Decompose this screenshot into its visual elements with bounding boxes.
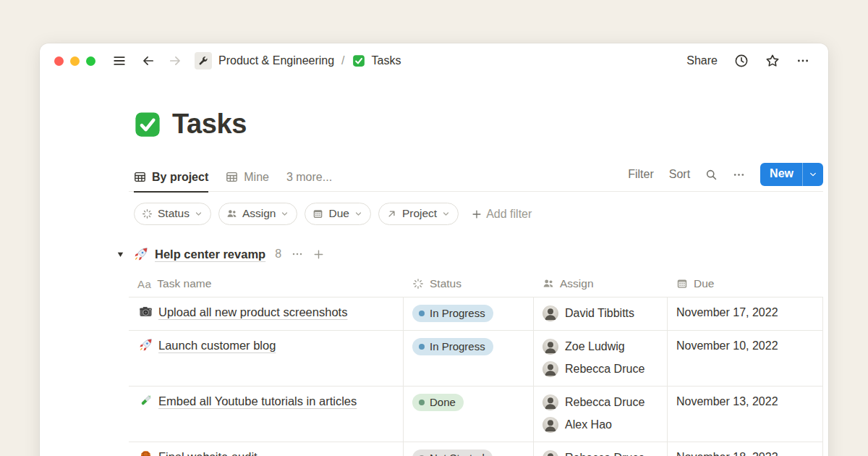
- minimize-button[interactable]: [70, 56, 80, 66]
- new-button: New: [760, 163, 823, 186]
- people-icon: [542, 278, 554, 290]
- due-cell[interactable]: November 10, 2022: [668, 331, 823, 386]
- status-cell[interactable]: In Progress: [404, 297, 534, 330]
- assign-cell[interactable]: David Tibbitts: [534, 297, 668, 330]
- status-cell[interactable]: Not Started: [404, 442, 534, 456]
- person-avatar-icon: [542, 450, 558, 456]
- group-header: Help center revamp 8: [116, 247, 823, 261]
- chevron-down-icon: [281, 210, 289, 218]
- column-header-due[interactable]: Due: [668, 277, 823, 290]
- triangle-down-icon[interactable]: [116, 250, 124, 258]
- status-pill[interactable]: Done: [412, 394, 464, 411]
- page-title: Tasks: [134, 109, 823, 140]
- view-tabs: By projectMine: [134, 171, 269, 192]
- testtube-icon: [139, 394, 153, 408]
- forward-arrow-icon[interactable]: [169, 54, 182, 67]
- assignee-name: Rebecca Druce: [565, 449, 644, 456]
- sort-button[interactable]: Sort: [669, 168, 690, 181]
- more-icon[interactable]: [733, 169, 745, 181]
- task-table: AaTask nameStatusAssignDue Upload all ne…: [129, 271, 823, 456]
- breadcrumb-workspace[interactable]: Product & Engineering: [218, 54, 334, 67]
- due-date: November 18, 2022: [676, 449, 814, 456]
- hamburger-icon[interactable]: [113, 54, 126, 67]
- due-date: November 10, 2022: [676, 337, 814, 354]
- close-button[interactable]: [54, 56, 64, 66]
- plus-icon[interactable]: [313, 249, 324, 260]
- assignee: Rebecca Druce: [542, 393, 658, 412]
- column-header-assign[interactable]: Assign: [534, 277, 668, 290]
- check-icon: [352, 54, 365, 67]
- assignee-name: Zoe Ludwig: [565, 337, 625, 356]
- filter-chip-project[interactable]: Project: [378, 203, 459, 225]
- tab-by-project[interactable]: By project: [134, 171, 208, 193]
- rocket-icon: [139, 338, 153, 352]
- column-label: Assign: [560, 277, 594, 290]
- status-pill[interactable]: Not Started: [412, 449, 493, 456]
- zoom-button[interactable]: [86, 56, 95, 66]
- new-button-label[interactable]: New: [760, 163, 802, 186]
- status-pill[interactable]: In Progress: [412, 338, 493, 355]
- filter-chip-status[interactable]: Status: [134, 203, 211, 225]
- task-cell[interactable]: Upload all new product screenshots: [129, 297, 404, 330]
- table-row[interactable]: Embed all Youtube tutorials in articlesD…: [129, 387, 823, 442]
- tab-mine[interactable]: Mine: [226, 171, 269, 192]
- more-views-button[interactable]: 3 more...: [286, 171, 332, 191]
- rocket-icon: [134, 247, 148, 261]
- table-row[interactable]: Upload all new product screenshotsIn Pro…: [129, 297, 823, 331]
- assignee-name: Rebecca Druce: [565, 393, 644, 412]
- status-dot-icon: [419, 400, 425, 405]
- add-filter-button[interactable]: Add filter: [472, 208, 532, 221]
- due-cell[interactable]: November 17, 2022: [668, 297, 823, 330]
- status-pill[interactable]: In Progress: [412, 305, 493, 322]
- column-header-task-name[interactable]: AaTask name: [129, 277, 404, 290]
- clock-icon[interactable]: [734, 54, 749, 68]
- breadcrumb-page[interactable]: Tasks: [372, 54, 401, 67]
- page-title-text[interactable]: Tasks: [172, 109, 247, 140]
- more-icon[interactable]: [796, 54, 809, 67]
- filter-button[interactable]: Filter: [628, 168, 654, 181]
- task-link[interactable]: Embed all Youtube tutorials in articles: [158, 394, 357, 408]
- filter-chip-due[interactable]: Due: [305, 203, 370, 225]
- share-button[interactable]: Share: [686, 54, 718, 67]
- topbar: Product & Engineering / Tasks Share: [40, 43, 828, 78]
- assign-cell[interactable]: Rebecca DruceAlex Hao: [534, 387, 668, 442]
- calendar-icon: [312, 208, 323, 219]
- status-cell[interactable]: In Progress: [404, 331, 534, 386]
- group-title[interactable]: Help center revamp: [155, 248, 265, 261]
- chip-label: Status: [158, 207, 190, 220]
- chevron-down-icon: [442, 210, 450, 218]
- table-row[interactable]: Final website auditNot StartedRebecca Dr…: [129, 442, 823, 456]
- due-cell[interactable]: November 18, 2022→ November 20, 2022: [668, 442, 823, 456]
- tab-label: Mine: [244, 171, 269, 184]
- task-link[interactable]: Final website audit: [158, 450, 258, 456]
- status-cell[interactable]: Done: [404, 387, 534, 442]
- table-row[interactable]: Launch customer blogIn ProgressZoe Ludwi…: [129, 331, 823, 387]
- due-date: November 13, 2022: [676, 393, 814, 410]
- search-icon[interactable]: [705, 169, 718, 181]
- camera-icon: [139, 305, 153, 318]
- star-icon[interactable]: [765, 54, 780, 68]
- plus-icon: [472, 209, 482, 219]
- assign-cell[interactable]: Rebecca Druce: [534, 442, 668, 456]
- assign-cell[interactable]: Zoe LudwigRebecca Druce: [534, 331, 668, 386]
- back-arrow-icon[interactable]: [142, 54, 155, 67]
- column-header-status[interactable]: Status: [404, 277, 534, 290]
- workspace-crumb[interactable]: [195, 52, 212, 69]
- person-avatar-icon: [542, 361, 558, 377]
- person-avatar-icon: [542, 417, 558, 433]
- status-label: Done: [430, 396, 456, 408]
- new-button-dropdown[interactable]: [802, 163, 823, 186]
- due-date: November 17, 2022: [676, 304, 814, 321]
- calendar-icon: [676, 278, 688, 290]
- due-cell[interactable]: November 13, 2022: [668, 387, 823, 442]
- table-view-icon: [226, 171, 238, 183]
- task-cell[interactable]: Final website audit: [129, 442, 404, 456]
- task-cell[interactable]: Launch customer blog: [129, 331, 404, 386]
- task-link[interactable]: Launch customer blog: [158, 339, 276, 352]
- task-cell[interactable]: Embed all Youtube tutorials in articles: [129, 387, 404, 442]
- check-icon[interactable]: [134, 111, 161, 138]
- filter-chip-assign[interactable]: Assign: [218, 203, 298, 225]
- status-burst-icon: [412, 278, 424, 290]
- task-link[interactable]: Upload all new product screenshots: [158, 305, 347, 318]
- more-icon[interactable]: [292, 248, 303, 260]
